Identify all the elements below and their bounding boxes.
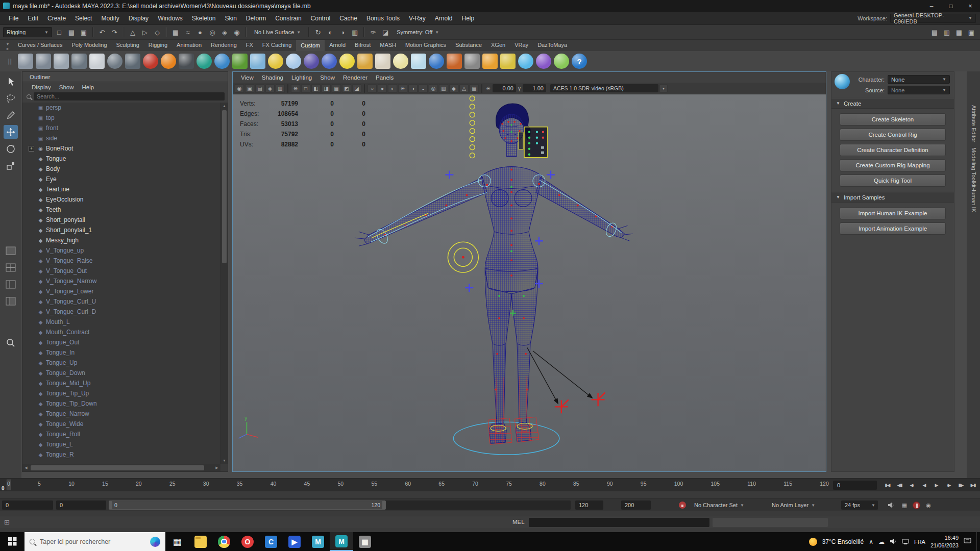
poly-text-icon[interactable] bbox=[18, 54, 33, 69]
resolution-gate-icon[interactable]: ◧ bbox=[311, 84, 321, 93]
humanik-button[interactable]: Quick Rig Tool bbox=[840, 174, 946, 187]
outliner-search-input[interactable]: Search... bbox=[34, 92, 225, 101]
fire-icon[interactable] bbox=[161, 54, 176, 69]
clamp-icon[interactable]: ▦ bbox=[899, 500, 910, 510]
motion-blur-icon[interactable]: ◎ bbox=[429, 84, 438, 93]
outliner-row[interactable]: + V_Tongue_Curl_D bbox=[22, 307, 220, 317]
outliner-row[interactable]: + Tongue_Tip_Up bbox=[22, 388, 220, 398]
taskbar-clock[interactable]: 16:49 21/06/2023 bbox=[930, 534, 959, 549]
viewport-icon[interactable] bbox=[287, 84, 288, 93]
current-frame-field[interactable]: 0 bbox=[833, 481, 877, 490]
column-chart-icon[interactable] bbox=[447, 54, 462, 69]
move-tool-icon[interactable] bbox=[4, 125, 18, 139]
uv-editor-icon[interactable] bbox=[71, 54, 87, 69]
nparticle-icon[interactable] bbox=[304, 54, 319, 69]
humanik-button[interactable]: Create Character Definition bbox=[840, 144, 946, 156]
shelf-tab[interactable]: Rigging bbox=[144, 40, 172, 51]
taskbar-app-button[interactable]: O bbox=[236, 532, 259, 551]
menu-item[interactable]: Display bbox=[124, 12, 153, 25]
sidebar-vertical-tab[interactable]: Modeling Toolkit bbox=[971, 147, 977, 188]
graph-editor-icon[interactable] bbox=[54, 54, 69, 69]
humanik-button[interactable]: Import Human IK Example bbox=[840, 207, 946, 219]
action-center-icon[interactable] bbox=[964, 537, 971, 546]
outliner-row[interactable]: + EyeOcclusion bbox=[22, 194, 220, 205]
outliner-row[interactable]: + Short_ponytail_1 bbox=[22, 225, 220, 235]
outliner-row[interactable]: + V_Tongue_Lower bbox=[22, 286, 220, 296]
scroll-right-icon[interactable]: ▶ bbox=[213, 466, 220, 470]
image-plane-icon[interactable]: ▥ bbox=[276, 84, 285, 93]
animation-start-field[interactable]: 0 bbox=[56, 500, 106, 510]
menu-item[interactable]: Skeleton bbox=[187, 12, 220, 25]
auto-key-icon[interactable] bbox=[913, 502, 920, 509]
paint-select-tool-icon[interactable] bbox=[4, 108, 18, 122]
taskbar-search-box[interactable]: Taper ici pour rechercher bbox=[24, 532, 165, 551]
shelf-tab[interactable]: Arnold bbox=[325, 40, 350, 51]
outliner-row[interactable]: + V_Tongue_Raise bbox=[22, 256, 220, 266]
animation-preferences-icon[interactable]: ◉ bbox=[923, 500, 934, 510]
outliner-row[interactable]: + Eye bbox=[22, 174, 220, 184]
weather-text[interactable]: 37°C Ensoleillé bbox=[822, 538, 864, 545]
paint-effects-icon[interactable]: ✑ bbox=[368, 27, 379, 38]
cloud-shelf-icon[interactable] bbox=[518, 54, 533, 69]
network-icon[interactable] bbox=[902, 537, 909, 546]
taskbar-app-button[interactable]: C bbox=[259, 532, 283, 551]
bookmarks-icon[interactable]: ◈ bbox=[265, 84, 275, 93]
zoom-tool-icon[interactable] bbox=[4, 336, 18, 349]
pencil-icon[interactable] bbox=[500, 54, 516, 69]
poly-type-icon[interactable] bbox=[36, 54, 51, 69]
violet-ball-icon[interactable] bbox=[536, 54, 551, 69]
viewport-menu-item[interactable]: Lighting bbox=[287, 74, 316, 81]
exposure-field[interactable]: 0.00 bbox=[493, 84, 516, 92]
outliner-row[interactable]: + Tongue_Tip_Down bbox=[22, 398, 220, 409]
menu-item[interactable]: Edit bbox=[23, 12, 43, 25]
live-surface-dropdown[interactable]: No Live Surface ▼ bbox=[250, 27, 305, 37]
menu-set-dropdown[interactable]: Rigging ▼ bbox=[3, 27, 52, 37]
attribute-editor-toggle-icon[interactable]: ▥ bbox=[941, 27, 952, 38]
menu-item[interactable]: File bbox=[4, 12, 23, 25]
outliner-row[interactable]: + Tongue_R bbox=[22, 449, 220, 460]
taskbar-app-button[interactable]: ▦ bbox=[165, 532, 189, 551]
redo-icon[interactable]: ↷ bbox=[109, 27, 120, 38]
outliner-row[interactable]: + Messy_high bbox=[22, 235, 220, 245]
menu-item[interactable]: Skin bbox=[220, 12, 241, 25]
play-backwards-icon[interactable]: ◀ bbox=[918, 480, 930, 490]
lasso-tool-icon[interactable] bbox=[4, 91, 18, 105]
humanik-button[interactable]: Create Custom Rig Mapping bbox=[840, 159, 946, 171]
expand-toggle-icon[interactable]: + bbox=[29, 146, 34, 152]
grid-icon[interactable]: ⊞ bbox=[4, 518, 10, 526]
status-icon[interactable] bbox=[308, 27, 309, 37]
taskbar-app-button[interactable] bbox=[189, 532, 212, 551]
red-ball-icon[interactable] bbox=[143, 54, 158, 69]
shelf-tab[interactable]: Motion Graphics bbox=[401, 40, 451, 51]
weather-sun-icon[interactable] bbox=[809, 538, 817, 546]
hidden-icons-chevron[interactable]: ∧ bbox=[869, 538, 873, 545]
snap-grid-icon[interactable]: ▦ bbox=[170, 27, 181, 38]
oversc an-icon[interactable]: □ bbox=[301, 84, 310, 93]
sparkle-icon[interactable] bbox=[393, 54, 408, 69]
lemon-icon[interactable] bbox=[339, 54, 355, 69]
taskbar-app-button[interactable]: ▦ bbox=[353, 532, 377, 551]
layout-two-pane-icon[interactable] bbox=[4, 278, 18, 291]
camera-attributes-icon[interactable]: ▤ bbox=[255, 84, 264, 93]
outliner-menu-item[interactable]: Display bbox=[28, 84, 55, 90]
step-forward-key-icon[interactable]: ·▶ bbox=[943, 480, 954, 490]
shelf-tab[interactable]: FX bbox=[241, 40, 258, 51]
select-tool-icon[interactable] bbox=[4, 74, 18, 88]
shelf-tab[interactable]: Substance bbox=[451, 40, 486, 51]
select-camera-icon[interactable]: ◉ bbox=[235, 84, 244, 93]
menu-item[interactable]: Control bbox=[306, 12, 335, 25]
time-slider[interactable]: 0510152025303540455055606570758085909510… bbox=[0, 478, 980, 491]
show-desktop-button[interactable] bbox=[976, 532, 979, 551]
colorspace-dropdown[interactable]: ACES 1.0 SDR-video (sRGB) bbox=[550, 84, 658, 92]
fps-dropdown[interactable]: 24 fps ▼ bbox=[841, 500, 878, 510]
play-forwards-icon[interactable]: ▶ bbox=[930, 480, 942, 490]
outliner-row[interactable]: + V_Tongue_Curl_U bbox=[22, 296, 220, 307]
keyboard-language[interactable]: FRA bbox=[914, 539, 925, 545]
command-language-toggle[interactable]: MEL bbox=[512, 519, 525, 525]
taskbar-app-button[interactable]: ▶ bbox=[283, 532, 306, 551]
outliner-row[interactable]: + Body bbox=[22, 164, 220, 174]
rotate-tool-icon[interactable] bbox=[4, 142, 18, 156]
field-chart-icon[interactable]: ▦ bbox=[332, 84, 341, 93]
viewport-menu-item[interactable]: Shading bbox=[258, 74, 287, 81]
wireframe-icon[interactable]: ○ bbox=[368, 84, 377, 93]
